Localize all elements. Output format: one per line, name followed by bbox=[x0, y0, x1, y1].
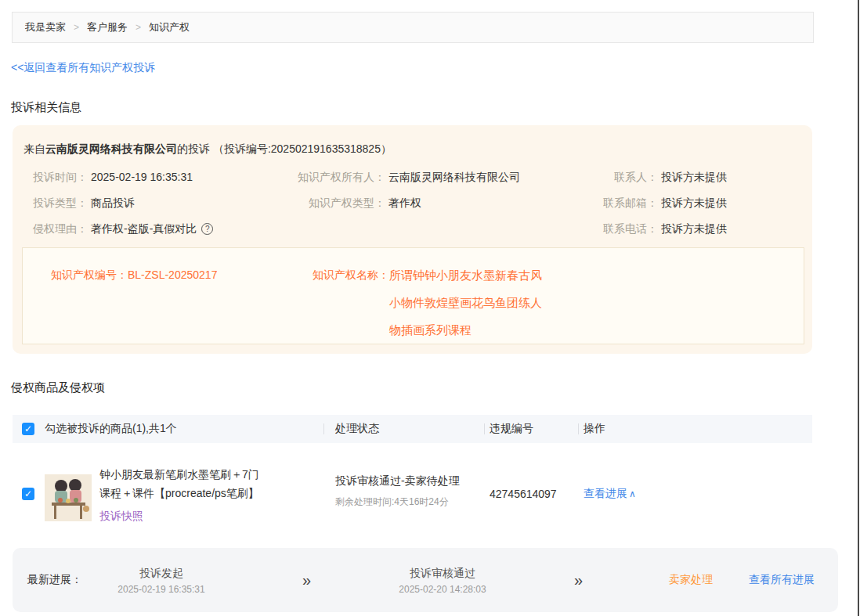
breadcrumb-item-ip[interactable]: 知识产权 bbox=[149, 20, 190, 34]
field-value: 投诉方未提供 bbox=[661, 195, 727, 211]
ip-number-label: 知识产权编号： bbox=[51, 268, 128, 281]
field-infringement-reason: 侵权理由： 著作权-盗版-真假对比? bbox=[23, 221, 282, 236]
field-value: 云南版灵网络科技有限公司 bbox=[388, 169, 520, 185]
field-label: 投诉时间： bbox=[23, 169, 88, 185]
header-select-cell: ✓ 勾选被投诉的商品(1),共1个 bbox=[13, 422, 323, 436]
breadcrumb-item-customer-service[interactable]: 客户服务 bbox=[87, 20, 128, 34]
ip-name-value: 所谓钟钟小朋友水墨新春古风小物件敦煌壁画花鸟鱼团练人物插画系列课程 bbox=[389, 261, 549, 344]
field-ip-owner: 知识产权所有人： 云南版灵网络科技有限公司 bbox=[282, 169, 580, 185]
field-label: 知识产权所有人： bbox=[282, 169, 385, 185]
header-action: 操作 bbox=[578, 422, 812, 436]
ip-name-label: 知识产权名称： bbox=[313, 261, 389, 344]
view-all-progress-link[interactable]: 查看所有进展 bbox=[749, 573, 815, 587]
step-arrow-icon: » bbox=[574, 571, 583, 589]
select-all-label: 勾选被投诉的商品(1),共1个 bbox=[45, 422, 177, 436]
action-cell: 查看进展∧ bbox=[578, 443, 812, 546]
field-complaint-type: 投诉类型： 商品投诉 bbox=[23, 195, 282, 211]
breadcrumb-item-seller[interactable]: 我是卖家 bbox=[25, 20, 66, 34]
current-step-seller-handle: 卖家处理 bbox=[669, 573, 713, 587]
row-checkbox[interactable]: ✓ bbox=[22, 488, 34, 500]
table-header-row: ✓ 勾选被投诉的商品(1),共1个 处理状态 违规编号 操作 bbox=[13, 415, 812, 443]
progress-step-approved: 投诉审核通过 2025-02-20 14:28:03 bbox=[376, 566, 509, 595]
complainant-company-name: 云南版灵网络科技有限公司 bbox=[45, 142, 177, 155]
field-ip-type: 知识产权类型： 著作权 bbox=[282, 195, 580, 211]
complaint-title: 来自云南版灵网络科技有限公司的投诉 （投诉编号:2025021916353188… bbox=[23, 141, 804, 157]
breadcrumb-separator: > bbox=[74, 22, 79, 33]
product-title: 钟小朋友最新笔刷水墨笔刷＋7门课程＋课件【procreate/ps笔刷】 bbox=[99, 465, 267, 503]
back-to-all-complaints-link[interactable]: <<返回查看所有知识产权投诉 bbox=[11, 61, 155, 75]
complaint-fields-grid: 投诉时间： 2025-02-19 16:35:31 知识产权所有人： 云南版灵网… bbox=[23, 169, 804, 236]
product-thumbnail[interactable] bbox=[45, 474, 92, 521]
complaint-number: （投诉编号:202502191635318825） bbox=[213, 142, 392, 155]
select-all-checkbox[interactable]: ✓ bbox=[22, 423, 34, 435]
complaint-title-suffix: 的投诉 bbox=[177, 142, 210, 155]
infringing-items-table: ✓ 勾选被投诉的商品(1),共1个 处理状态 违规编号 操作 ✓ bbox=[13, 415, 812, 546]
progress-label: 最新进展： bbox=[27, 573, 82, 587]
field-label: 知识产权类型： bbox=[282, 195, 385, 211]
status-cell: 投诉审核通过-卖家待处理 剩余处理时间:4天16时24分 bbox=[323, 443, 484, 546]
step-title: 投诉审核通过 bbox=[376, 566, 509, 580]
field-label: 侵权理由： bbox=[23, 221, 88, 236]
field-label: 联系邮箱： bbox=[580, 195, 658, 211]
ip-name-row: 知识产权名称： 所谓钟钟小朋友水墨新春古风小物件敦煌壁画花鸟鱼团练人物插画系列课… bbox=[313, 261, 549, 344]
product-text-block: 钟小朋友最新笔刷水墨笔刷＋7门课程＋课件【procreate/ps笔刷】 投诉快… bbox=[99, 465, 267, 524]
complaint-snapshot-link[interactable]: 投诉快照 bbox=[99, 510, 143, 524]
field-label: 投诉类型： bbox=[23, 195, 88, 211]
step-time: 2025-02-19 16:35:31 bbox=[95, 584, 228, 595]
complaint-title-prefix: 来自 bbox=[23, 142, 45, 155]
infringing-items-section-title: 侵权商品及侵权项 bbox=[11, 380, 105, 395]
field-contact-email: 联系邮箱： 投诉方未提供 bbox=[580, 195, 790, 211]
field-value: 2025-02-19 16:35:31 bbox=[91, 169, 193, 185]
breadcrumb-separator: > bbox=[136, 22, 141, 33]
field-empty bbox=[282, 221, 580, 236]
violation-number: 42745614097 bbox=[484, 443, 578, 546]
header-violation-no: 违规编号 bbox=[484, 422, 578, 436]
complaint-info-panel: 来自云南版灵网络科技有限公司的投诉 （投诉编号:2025021916353188… bbox=[13, 125, 812, 354]
ip-number-value: BL-ZSL-20250217 bbox=[128, 268, 217, 281]
field-value: 投诉方未提供 bbox=[661, 221, 727, 236]
ip-detail-panel: 知识产权编号：BL-ZSL-20250217 知识产权名称： 所谓钟钟小朋友水墨… bbox=[22, 247, 804, 344]
view-progress-link[interactable]: 查看进展 bbox=[584, 487, 627, 499]
field-value: 商品投诉 bbox=[91, 195, 135, 211]
help-icon[interactable]: ? bbox=[201, 223, 213, 235]
status-text: 投诉审核通过-卖家待处理 bbox=[335, 473, 484, 488]
complaint-info-section-title: 投诉相关信息 bbox=[11, 100, 81, 115]
field-contact-phone: 联系电话： 投诉方未提供 bbox=[580, 221, 790, 236]
field-complaint-time: 投诉时间： 2025-02-19 16:35:31 bbox=[23, 169, 282, 185]
field-contact-person: 联系人： 投诉方未提供 bbox=[580, 169, 790, 185]
table-row: ✓ 钟小朋友最新笔刷水墨笔刷＋7门课程＋课件【procreate/ps笔刷】 投… bbox=[13, 443, 812, 546]
field-value: 著作权-盗版-真假对比? bbox=[91, 221, 213, 236]
field-label: 联系人： bbox=[580, 169, 658, 185]
latest-progress-bar: 最新进展： 投诉发起 2025-02-19 16:35:31 » 投诉审核通过 … bbox=[13, 548, 838, 612]
header-status: 处理状态 bbox=[323, 422, 484, 436]
step-arrow-icon: » bbox=[302, 571, 311, 589]
remaining-time-text: 剩余处理时间:4天16时24分 bbox=[335, 495, 484, 509]
step-title: 投诉发起 bbox=[95, 566, 228, 580]
progress-step-initiated: 投诉发起 2025-02-19 16:35:31 bbox=[95, 566, 228, 595]
field-value: 投诉方未提供 bbox=[661, 169, 727, 185]
field-label: 联系电话： bbox=[580, 221, 658, 236]
chevron-up-icon: ∧ bbox=[629, 488, 636, 499]
field-value: 著作权 bbox=[388, 195, 421, 211]
breadcrumb: 我是卖家 > 客户服务 > 知识产权 bbox=[12, 12, 814, 43]
step-time: 2025-02-20 14:28:03 bbox=[376, 584, 509, 595]
ip-number-row: 知识产权编号：BL-ZSL-20250217 bbox=[51, 261, 217, 289]
product-cell: ✓ 钟小朋友最新笔刷水墨笔刷＋7门课程＋课件【procreate/ps笔刷】 投… bbox=[13, 443, 323, 546]
window-right-edge bbox=[858, 0, 859, 616]
